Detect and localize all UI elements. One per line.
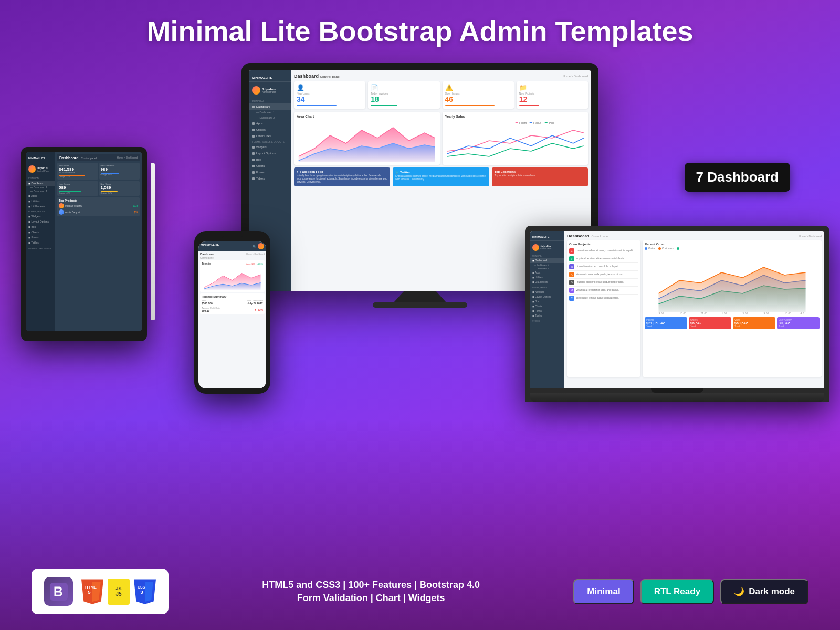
- projects-stat-icon: 📁: [519, 84, 585, 91]
- legend-other-dot: [677, 247, 679, 250]
- project-avatar-a: A: [569, 272, 574, 277]
- laptop-nav-ui[interactable]: ◼ Ui Elements: [530, 280, 564, 285]
- laptop-nav-forms[interactable]: ◼ Forms: [530, 309, 564, 313]
- product-avatar-2: [59, 209, 64, 215]
- tablet-sidebar: MINIMALLITE Julydrus Control Panel PRINC…: [26, 152, 55, 331]
- page-title: Minimal Lite Bootstrap Admin Templates: [146, 15, 693, 47]
- tablet-nav-charts[interactable]: ◼ Charts: [26, 229, 55, 235]
- phone-screen: MINIMALLITE 🔍 Dashboard Control panel Ho…: [198, 242, 266, 388]
- sidebar-item-utilities[interactable]: Utilities: [249, 127, 291, 133]
- minimal-badge-button[interactable]: Minimal: [573, 579, 634, 604]
- laptop-project-item-4: A Vivamus id oreet nulla predin, tempus …: [569, 271, 638, 279]
- tablet-nav-d2[interactable]: — Dashboard 2: [26, 190, 55, 193]
- yearly-sales-title: Yearly Sales: [445, 114, 586, 118]
- sidebar-sub-1: — Dashboard 1: [249, 110, 291, 115]
- laptop-topbar: Dashboard Control panel Home > Dashboard: [567, 234, 822, 238]
- stat-card-projects: 📁 New Projects 12: [517, 81, 588, 109]
- lbs-visits-change: Trend ↑: [734, 325, 774, 328]
- sidebar-item-dashboard[interactable]: Dashboard: [249, 103, 291, 110]
- svg-text:5:00: 5:00: [743, 312, 748, 314]
- phone-search-icon: 🔍: [253, 245, 256, 248]
- sidebar-item-widgets[interactable]: Widgets: [249, 144, 291, 150]
- svg-text:CSS: CSS: [138, 585, 145, 589]
- dashboard-badge: 7 Dashboard: [685, 163, 791, 192]
- project-avatar-c: C: [569, 296, 574, 301]
- sidebar-item-layout[interactable]: Layout Options: [249, 150, 291, 156]
- laptop-nav-d2[interactable]: — Dashboard 2: [530, 267, 564, 270]
- svg-text:3: 3: [140, 589, 143, 595]
- tablet-stat-cards: Total Profit $41,589 all Customers value…: [57, 163, 140, 180]
- tablet-main: Dashboard Control panel Home > Dashboard…: [55, 152, 142, 331]
- tablet-topbar: Dashboard Control panel Home > Dashboard: [57, 154, 140, 161]
- lbs-visits: Visits $60,542 Trend ↑: [733, 317, 775, 329]
- sidebar-item-forms[interactable]: Forms: [249, 169, 291, 175]
- phone-content: Dashboard Control panel Home > Dashboard…: [198, 251, 266, 317]
- facebook-text: notedly benchmark plug imperative for mu…: [297, 174, 387, 184]
- area-chart-card: Area Chart: [294, 112, 440, 165]
- laptop-nav-d1[interactable]: — Dashboard 1: [530, 263, 564, 267]
- laptop-nav-charts[interactable]: ◼ Charts: [530, 304, 564, 309]
- tablet-product-row-2: Andie Barquat $74: [59, 209, 138, 215]
- laptop-nav-tables[interactable]: ◼ Tables: [530, 313, 564, 318]
- monitor-user-avatar: [252, 86, 260, 94]
- sidebar-item-box[interactable]: Box: [249, 156, 291, 163]
- project-avatar-m: M: [569, 288, 574, 293]
- tablet-nav-other[interactable]: ◼ Ui Elements: [26, 204, 55, 209]
- laptop-nav-utilities[interactable]: ◼ Utilities: [530, 275, 564, 280]
- stat-card-issues: ⚠️ Open Issues 46: [443, 81, 514, 109]
- phone-finance-row: Total $500.000 Next Transaction July 24.…: [202, 299, 263, 305]
- laptop-content-row: Open Projects E Lorem ipsum dolor sit am…: [567, 240, 822, 377]
- monitor-base: [373, 302, 467, 308]
- svg-text:21:00: 21:00: [701, 312, 708, 314]
- phone-finance-date: July 24.2017: [247, 302, 263, 305]
- laptop-order-card: Recent Order Online Customers: [643, 240, 822, 377]
- laptop-nav-navigate[interactable]: ◼ Navigate: [530, 290, 564, 295]
- laptop-nav-layout[interactable]: ◼ Layout Options: [530, 295, 564, 299]
- tablet-nav-apps[interactable]: ◼ Apps: [26, 193, 55, 198]
- tablet-nav-forms[interactable]: ◼ Forms: [26, 235, 55, 240]
- project-text-6: Vivamus at oreet tortor sagit, ante capu…: [576, 289, 619, 292]
- laptop-logo: MINIMALLITE: [532, 235, 549, 238]
- rtl-badge-button[interactable]: RTL Ready: [640, 579, 715, 604]
- dark-mode-badge-button[interactable]: 🌙 Dark mode: [720, 579, 808, 604]
- phone-higher-label: Higher 185: [245, 262, 255, 265]
- tablet-logo: MINIMALLITE: [28, 156, 45, 160]
- tablet-nav-tables[interactable]: ◼ Tables: [26, 240, 55, 245]
- tablet-nav-utilities[interactable]: ◼ Utilities: [26, 198, 55, 204]
- sidebar-item-other[interactable]: Other Links: [249, 133, 291, 139]
- laptop-nav-apps[interactable]: ◼ Apps: [530, 270, 564, 275]
- tablet-stat-users: New Users 1,589 Orange 14%: [99, 181, 140, 196]
- tablet-feedback-value: 989: [101, 167, 139, 172]
- sidebar-item-apps[interactable]: Apps: [249, 120, 291, 127]
- laptop-project-item-2: V In quis ad ac diam felices commodo in …: [569, 255, 638, 263]
- users-stat-icon: 👤: [297, 84, 363, 91]
- js-label: JS: [116, 586, 121, 591]
- stat-card-users: 👤 New Users 34: [294, 81, 365, 109]
- tablet-nav-widgets[interactable]: ◼ Widgets: [26, 214, 55, 219]
- project-text-7: scelerisque tempus augue vulputate felis…: [576, 297, 620, 300]
- svg-text:13:00: 13:00: [785, 312, 792, 314]
- tablet-nav-box[interactable]: ◼ Box: [26, 224, 55, 229]
- tablet-product-row-1: Morgan Voughtu $738: [59, 203, 138, 208]
- sidebar-item-charts[interactable]: Charts: [249, 163, 291, 169]
- stat-bar-projects: [519, 105, 539, 106]
- svg-text:iPhone: iPhone: [519, 121, 527, 124]
- laptop-nav-dashboard[interactable]: ◼ Dashboard: [530, 258, 564, 263]
- bottom-section: HTML 5 JS J5 CSS 3 HTML5 and CSS3 |: [0, 569, 840, 614]
- monitor-breadcrumb: Home > Dashboard: [563, 75, 588, 78]
- laptop-nav-box[interactable]: ◼ Box: [530, 299, 564, 304]
- laptop-wrapper: MINIMALLITE Julyo Ilru Control Panel PRI…: [525, 226, 830, 402]
- tagline-line2: Form Validation | Chart | Widgets: [262, 593, 480, 604]
- lbs-visits-value: $60,542: [734, 321, 774, 325]
- tablet-nav-dashboard[interactable]: ◼ Dashboard: [26, 181, 55, 186]
- tablet-nav-d1[interactable]: — Dashboard 1: [26, 186, 55, 190]
- tablet-nav-layout[interactable]: ◼ Layout Options: [26, 219, 55, 224]
- phone-trends-card: Trends Higher 185 +12.95: [200, 260, 265, 292]
- svg-text:iPad 2: iPad 2: [533, 121, 540, 124]
- stat-value-invoices: 18: [371, 95, 437, 103]
- svg-text:iPod: iPod: [548, 121, 553, 124]
- sidebar-item-tables[interactable]: Tables: [249, 175, 291, 182]
- tablet-wrapper: MINIMALLITE Julydrus Control Panel PRINC…: [21, 147, 147, 341]
- laptop-notch: [651, 388, 704, 393]
- lbs-activity: User Activity 30,342 Trend ↑: [777, 317, 820, 329]
